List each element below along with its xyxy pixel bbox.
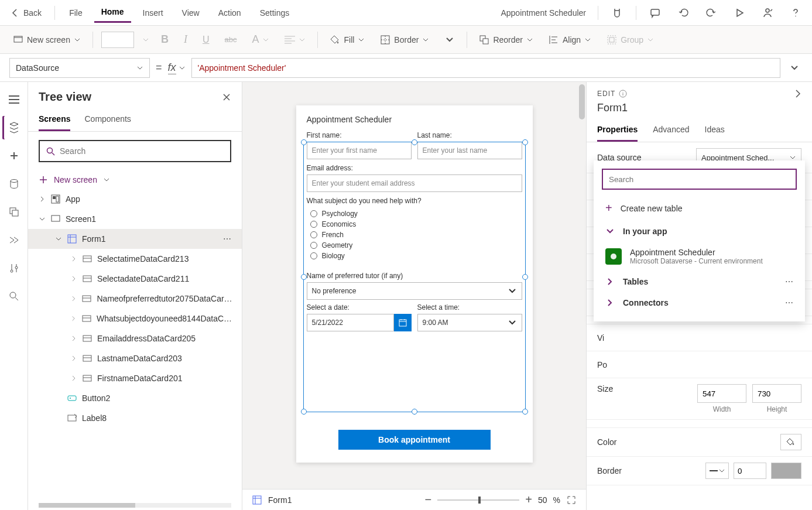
time-dropdown[interactable]: 9:00 AM [417, 314, 522, 331]
new-screen-button[interactable]: New screen [9, 32, 84, 47]
tree-item-form1[interactable]: Form1⋯ [28, 229, 242, 249]
share-icon[interactable] [756, 4, 779, 22]
radio-psychology[interactable]: Psychology [310, 208, 522, 219]
canvas-viewport[interactable]: Appointment Scheduler First name: Enter … [242, 82, 586, 489]
font-size-input[interactable] [101, 32, 134, 48]
expand-formula-icon[interactable] [786, 63, 803, 73]
menu-home[interactable]: Home [94, 2, 131, 23]
play-icon[interactable] [728, 4, 751, 22]
tutor-dropdown[interactable]: No preference [307, 282, 522, 300]
search-icon[interactable] [2, 285, 26, 308]
insert-icon[interactable] [2, 144, 26, 167]
tools-icon[interactable] [2, 256, 26, 280]
chevron-right-icon[interactable] [70, 355, 77, 362]
app-preview[interactable]: Appointment Scheduler First name: Enter … [296, 105, 533, 463]
menu-settings[interactable]: Settings [253, 4, 297, 22]
reorder-button[interactable]: Reorder [475, 32, 537, 47]
radio-geometry[interactable]: Geometry [310, 240, 522, 251]
close-icon[interactable] [222, 93, 231, 102]
back-button[interactable]: Back [5, 5, 47, 21]
tab-screens[interactable]: Screens [39, 111, 70, 131]
border-width-input[interactable] [734, 463, 766, 479]
tables-section[interactable]: Tables ⋯ [602, 271, 797, 292]
align-button[interactable]: Align [545, 32, 595, 47]
chevron-right-icon[interactable] [70, 295, 77, 302]
property-selector[interactable]: DataSource [9, 58, 150, 78]
chevron-down-icon[interactable] [55, 235, 62, 242]
email-input[interactable]: Enter your student email address [307, 174, 522, 192]
font-color-button[interactable]: A [248, 31, 273, 48]
border-color-picker[interactable] [771, 463, 801, 479]
app-checker-icon[interactable] [605, 4, 629, 22]
create-new-table-button[interactable]: + Create new table [602, 196, 797, 221]
redo-icon[interactable] [700, 4, 723, 22]
help-icon[interactable] [784, 4, 807, 22]
border-style-dropdown[interactable] [705, 463, 729, 479]
more-icon[interactable]: ⋯ [785, 277, 793, 286]
font-size-chevron-icon[interactable] [142, 36, 149, 43]
chevron-right-icon[interactable] [70, 275, 77, 282]
chevron-right-icon[interactable] [794, 89, 801, 98]
strikethrough-button[interactable]: abc [221, 33, 240, 46]
zoom-out-icon[interactable]: − [425, 493, 432, 506]
tree-item-firstnamedatacard201[interactable]: FirstnameDataCard201 [28, 368, 242, 388]
new-screen-button[interactable]: New screen [28, 170, 242, 189]
radio-biology[interactable]: Biology [310, 251, 522, 261]
media-icon[interactable] [2, 200, 26, 224]
group-button[interactable]: Group [603, 32, 657, 47]
chevron-right-icon[interactable] [70, 335, 77, 342]
hamburger-icon[interactable] [2, 88, 26, 111]
info-icon[interactable] [619, 90, 627, 98]
first-name-input[interactable]: Enter your first name [307, 142, 412, 159]
date-input[interactable]: 5/21/2022 [307, 314, 394, 331]
connectors-section[interactable]: Connectors ⋯ [602, 292, 797, 313]
chevron-right-icon[interactable] [70, 375, 77, 382]
canvas-vertical-scrollbar[interactable] [578, 82, 586, 489]
tree-item-selectatimedatacard213[interactable]: SelectatimeDataCard213 [28, 249, 242, 269]
tree-horizontal-scrollbar[interactable] [39, 503, 231, 508]
book-appointment-button[interactable]: Book appointment [338, 430, 491, 450]
italic-button[interactable]: I [180, 31, 191, 48]
chevron-button[interactable] [441, 32, 458, 47]
comments-icon[interactable] [643, 4, 667, 22]
tree-item-screen1[interactable]: Screen1 [28, 209, 242, 229]
tab-advanced[interactable]: Advanced [653, 120, 689, 142]
formula-input[interactable]: 'Appointment Scheduler' [191, 58, 780, 78]
chevron-right-icon[interactable] [39, 196, 46, 203]
tree-item-selectadatedatacard211[interactable]: SelectadateDataCard211 [28, 269, 242, 289]
tree-item-label8[interactable]: Label8 [28, 408, 242, 428]
tree-item-nameofpreferredtutor2075datacard209[interactable]: Nameofpreferredtutor2075DataCard209 [28, 289, 242, 309]
last-name-input[interactable]: Enter your last name [417, 142, 522, 159]
tree-view-icon[interactable] [2, 116, 26, 139]
height-input[interactable] [752, 384, 801, 403]
tab-components[interactable]: Components [84, 111, 131, 131]
calendar-icon[interactable] [394, 314, 412, 331]
fit-to-screen-icon[interactable] [566, 495, 577, 505]
ds-appointment-scheduler[interactable]: Appointment Scheduler Microsoft Datavers… [602, 242, 797, 271]
border-button[interactable]: Border [376, 32, 433, 47]
fill-button[interactable]: Fill [326, 32, 368, 47]
data-icon[interactable] [2, 172, 26, 196]
color-picker[interactable] [780, 434, 801, 450]
tree-item-button2[interactable]: Button2 [28, 388, 242, 408]
tab-properties[interactable]: Properties [597, 120, 638, 142]
zoom-in-icon[interactable]: + [525, 493, 532, 506]
tree-item-emailaddressdatacard205[interactable]: EmailaddressDataCard205 [28, 328, 242, 348]
more-icon[interactable]: ⋯ [218, 234, 236, 244]
underline-button[interactable]: U [199, 32, 213, 47]
bold-button[interactable]: B [157, 31, 172, 48]
menu-file[interactable]: File [62, 4, 90, 22]
chevron-down-icon[interactable] [39, 215, 46, 223]
zoom-slider[interactable] [437, 499, 519, 501]
fx-button[interactable]: fx [168, 61, 186, 74]
menu-view[interactable]: View [175, 4, 207, 22]
text-align-button[interactable] [281, 33, 309, 46]
tree-search-input[interactable] [60, 146, 224, 156]
tree-item-lastnamedatacard203[interactable]: LastnameDataCard203 [28, 348, 242, 368]
radio-economics[interactable]: Economics [310, 219, 522, 230]
menu-insert[interactable]: Insert [136, 4, 170, 22]
power-automate-icon[interactable] [2, 228, 26, 252]
undo-icon[interactable] [671, 4, 695, 22]
in-your-app-section[interactable]: In your app [602, 221, 797, 242]
chevron-right-icon[interactable] [70, 255, 77, 262]
